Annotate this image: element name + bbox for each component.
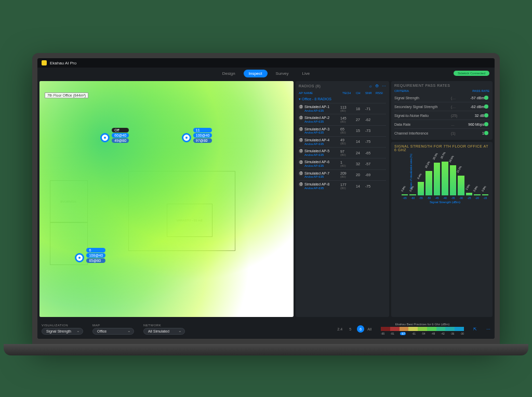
radio-icon: ⦿	[299, 160, 303, 164]
radio-row[interactable]: ⦿Simulated AP-1Aruba AP-635 113(80)18-71	[299, 103, 386, 114]
chart-bar: 12.2%	[458, 176, 464, 195]
radio-row[interactable]: ⦿Simulated AP-4Aruba AP-635 49(80)14-75	[299, 136, 386, 147]
ap-tag[interactable]: 11	[193, 128, 212, 133]
requirement-row[interactable]: Data Rate…960 Mbps	[394, 120, 489, 128]
ap-tag[interactable]: 6	[86, 248, 105, 253]
ap-marker[interactable]	[182, 133, 191, 142]
radio-icon: ⦿	[299, 182, 303, 187]
radio-row[interactable]: ⦿Simulated AP-7Aruba AP-635 209(80)20-69	[299, 169, 386, 180]
radios-title: RADIOS (8)	[299, 84, 321, 88]
mode-tabs: Design Inspect Survey Live Sidekick Conn…	[37, 68, 495, 79]
sidekick-status[interactable]: Sidekick Connected	[454, 71, 489, 76]
band-2-4[interactable]: 2.4	[336, 325, 343, 333]
chart-bar: 8.4%	[418, 182, 424, 195]
radio-row[interactable]: ⦿Simulated AP-3Aruba AP-635 65(80)15-73	[299, 125, 386, 136]
requirements-panel: REQUIREMENT PASS RATES CRITERIA PASS RAT…	[391, 81, 493, 140]
visualization-dropdown[interactable]: VISUALIZATION Signal Strength	[42, 324, 83, 335]
requirement-row[interactable]: Channel Interference(1)1	[394, 128, 489, 137]
radios-header: AP NAME TECH CH SNR RSSI	[299, 90, 386, 96]
chart-ylabel: Share of visualization area (%)	[409, 154, 413, 189]
app-title: Ekahau AI Pro	[50, 61, 76, 65]
titlebar: Ekahau AI Pro	[37, 58, 495, 68]
radio-row[interactable]: ⦿Simulated AP-6Aruba AP-635 1(80)32-57	[299, 158, 386, 169]
check-icon	[484, 122, 488, 126]
requirement-row[interactable]: Signal-to-Noise Ratio(25)32 dB	[394, 111, 489, 120]
tab-design[interactable]: Design	[217, 70, 241, 77]
ap-tag[interactable]: Off	[112, 128, 129, 133]
radio-icon: ⦿	[299, 171, 303, 176]
tab-inspect[interactable]: Inspect	[244, 70, 268, 77]
check-icon	[484, 113, 488, 117]
chart-bar: 15.1%	[425, 171, 432, 195]
chart-bar: 0.8%	[474, 194, 480, 195]
band-all[interactable]: All	[367, 327, 371, 331]
heatmap-overlay	[39, 81, 294, 317]
chart-xlabel: Signal Strength (dBm)	[402, 201, 488, 204]
chart-bar: 20.7%	[442, 162, 448, 195]
band-selector: 2.4 5 6 All	[336, 325, 371, 333]
radios-group[interactable]: ▾ Office - 8 RADIOS	[299, 96, 386, 103]
chart-bars: 0.8%0.8%8.4%15.1%20.3%20.7%18.6%12.2%1.5…	[402, 155, 488, 195]
radio-icon: ⦿	[299, 149, 303, 153]
chart-bar: 1.5%	[466, 193, 472, 195]
more-icon[interactable]: ⋯	[382, 84, 386, 88]
ap-tag[interactable]: 97@80	[193, 138, 212, 143]
chart-title: SIGNAL STRENGTH FOR 7TH FLOOR OFFICE AT …	[394, 144, 489, 152]
footer-bar: VISUALIZATION Signal Strength MAP Office…	[37, 319, 495, 339]
app-logo	[42, 60, 47, 65]
band-5[interactable]: 5	[347, 325, 354, 333]
radio-icon: ⦿	[299, 127, 303, 131]
radio-row[interactable]: ⦿Simulated AP-8Aruba AP-635 177(80)14-75	[299, 180, 386, 191]
legend-more-icon[interactable]: ⋯	[486, 327, 490, 332]
requirement-row[interactable]: Secondary Signal Strength(…-62 dBm	[394, 102, 489, 111]
check-icon	[484, 96, 488, 100]
radio-row[interactable]: ⦿Simulated AP-5Aruba AP-635 97(80)24-65	[299, 147, 386, 158]
check-icon	[484, 104, 488, 109]
search-icon[interactable]: ⌕	[369, 84, 372, 88]
ap-tag[interactable]: 108@40	[86, 253, 105, 258]
legend-title: Ekahau Best Practices for 6 Ghz (dBm)	[395, 323, 450, 326]
map-title: 7th Floor Office (844m²)	[45, 92, 88, 98]
legend: Ekahau Best Practices for 6 Ghz (dBm) -8…	[381, 323, 464, 335]
tab-survey[interactable]: Survey	[271, 70, 294, 77]
chart-bar: 0.8%	[402, 194, 408, 195]
requirement-row[interactable]: Signal Strength(…-57 dBm	[394, 94, 489, 102]
floorplan-canvas[interactable]: VARASTO ~31 m2 BVORMSH. 7th Floor Office…	[39, 81, 294, 317]
requirements-title: REQUIREMENT PASS RATES	[394, 84, 489, 87]
check-icon	[484, 131, 488, 135]
chart-bar: 18.6%	[450, 165, 456, 195]
chart-bar: 20.3%	[434, 163, 440, 195]
network-dropdown[interactable]: NETWORK All Simulated	[143, 324, 185, 335]
tab-live[interactable]: Live	[297, 70, 315, 77]
chart-panel: SIGNAL STRENGTH FOR 7TH FLOOR OFFICE AT …	[391, 142, 493, 317]
band-6[interactable]: 6	[357, 325, 364, 333]
ap-tag[interactable]: 65@80	[86, 258, 105, 263]
chart-xticks: -65-60-55-50-45-40-35-30-25-20-15	[402, 196, 488, 200]
chart-bar: 0.8%	[409, 194, 416, 195]
ap-tag[interactable]: 49@80	[112, 138, 129, 143]
map-dropdown[interactable]: MAP Office	[92, 324, 134, 335]
radios-panel: RADIOS (8) ⌕ ⚙ ⋯ AP NAME TECH CH SNR RSS…	[296, 81, 389, 317]
chart-bar: 0.8%	[482, 194, 488, 195]
radio-icon: ⦿	[299, 116, 303, 120]
radio-row[interactable]: ⦿Simulated AP-2Aruba AP-635 145(80)27-62	[299, 114, 386, 125]
export-icon[interactable]: ⇱	[473, 327, 477, 332]
radio-icon: ⦿	[299, 105, 303, 109]
filter-icon[interactable]: ⚙	[375, 84, 379, 88]
radio-icon: ⦿	[299, 138, 303, 142]
ap-tag[interactable]: 60@40	[112, 133, 129, 138]
ap-tag[interactable]: 100@40	[193, 133, 212, 138]
